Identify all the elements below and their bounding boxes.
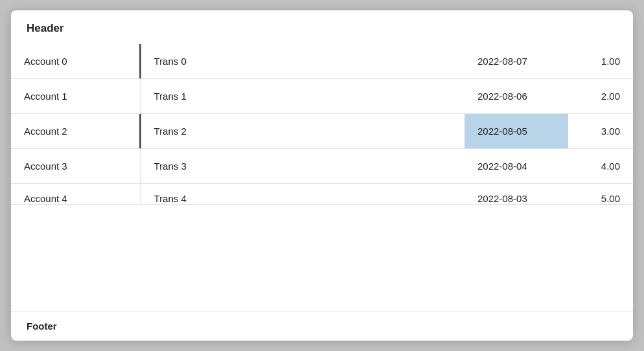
transaction-cell: Trans 2 [141, 114, 465, 149]
date-cell: 2022-08-05 [465, 114, 568, 149]
amount-cell: 1.00 [568, 44, 633, 79]
account-cell: Account 2 [11, 114, 141, 149]
account-cell: Account 1 [11, 79, 141, 114]
amount-cell: 5.00 [568, 184, 633, 205]
transaction-cell: Trans 1 [141, 79, 465, 114]
table-row[interactable]: Account 2Trans 22022-08-053.00 [11, 114, 633, 149]
transaction-cell: Trans 3 [141, 149, 465, 184]
table-container[interactable]: Account 0Trans 02022-08-071.00Account 1T… [11, 44, 633, 311]
transaction-cell: Trans 0 [141, 44, 465, 79]
date-cell: 2022-08-03 [465, 184, 568, 205]
date-cell: 2022-08-06 [465, 79, 568, 114]
amount-cell: 4.00 [568, 149, 633, 184]
data-table: Account 0Trans 02022-08-071.00Account 1T… [11, 44, 633, 205]
amount-cell: 2.00 [568, 79, 633, 114]
table-row[interactable]: Account 0Trans 02022-08-071.00 [11, 44, 633, 79]
transaction-cell: Trans 4 [141, 184, 465, 205]
amount-cell: 3.00 [568, 114, 633, 149]
account-cell: Account 0 [11, 44, 141, 79]
panel-header: Header [11, 10, 633, 44]
table-row[interactable]: Account 3Trans 32022-08-044.00 [11, 149, 633, 184]
table-row[interactable]: Account 4Trans 42022-08-035.00 [11, 184, 633, 205]
panel-footer: Footer [11, 311, 633, 341]
table-row[interactable]: Account 1Trans 12022-08-062.00 [11, 79, 633, 114]
main-panel: Header Account 0Trans 02022-08-071.00Acc… [11, 10, 633, 341]
account-cell: Account 3 [11, 149, 141, 184]
date-cell: 2022-08-04 [465, 149, 568, 184]
table-scroll-wrapper: Account 0Trans 02022-08-071.00Account 1T… [11, 44, 633, 311]
date-cell: 2022-08-07 [465, 44, 568, 79]
account-cell: Account 4 [11, 184, 141, 205]
